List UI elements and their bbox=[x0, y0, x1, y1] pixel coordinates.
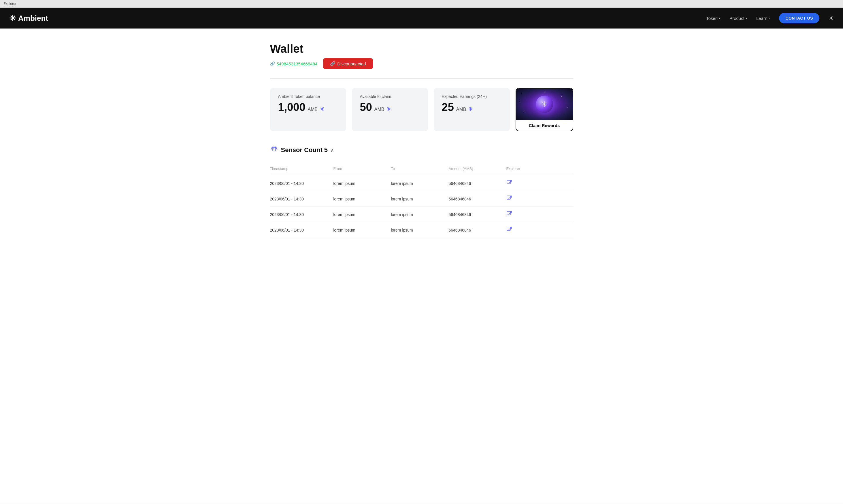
chevron-down-icon: ▾ bbox=[768, 17, 770, 20]
cell-timestamp: 2023/06/01 - 14:30 bbox=[270, 181, 333, 186]
stat-unit-available: AMB bbox=[374, 107, 385, 112]
cell-explorer[interactable] bbox=[506, 180, 541, 187]
cell-explorer[interactable] bbox=[506, 211, 541, 218]
stat-unit-earnings: AMB bbox=[456, 107, 466, 112]
cell-amount: 5646846846 bbox=[449, 228, 506, 232]
table-row: 2023/06/01 - 14:30 lorem ipsum lorem ips… bbox=[270, 207, 573, 222]
col-header-timestamp: Timestamp bbox=[270, 166, 333, 171]
cell-timestamp: 2023/06/01 - 14:30 bbox=[270, 228, 333, 232]
stat-number-earnings: 25 bbox=[442, 101, 454, 113]
contact-us-button[interactable]: CONTACT US bbox=[779, 13, 819, 23]
link-icon: 🔗 bbox=[270, 61, 275, 66]
sensor-count-label: Sensor Count 5 bbox=[281, 146, 328, 154]
claim-rewards-card[interactable]: ✳ Claim Rewards bbox=[515, 88, 573, 131]
cell-amount: 5646846846 bbox=[449, 197, 506, 201]
chevron-up-icon: ∧ bbox=[331, 147, 334, 153]
logo-icon: ✳ bbox=[9, 14, 16, 23]
wallet-address: 🔗 54984531354668484 bbox=[270, 61, 318, 66]
claim-card-image: ✳ bbox=[516, 88, 573, 120]
nav-links: Token ▾ Product ▾ Learn ▾ CONTACT US ☀ bbox=[706, 13, 834, 23]
col-header-from: From bbox=[333, 166, 391, 171]
nav-token[interactable]: Token ▾ bbox=[706, 16, 720, 21]
theme-toggle-icon[interactable]: ☀ bbox=[829, 15, 834, 22]
amb-icon: ✳ bbox=[320, 106, 324, 112]
cell-to: lorem ipsum bbox=[391, 197, 449, 201]
stats-row: Ambient Token balance 1,000 AMB ✳ Availa… bbox=[270, 88, 573, 131]
disconnect-button[interactable]: 🔗 Disconnnected bbox=[323, 58, 373, 69]
disconnect-icon: 🔗 bbox=[330, 61, 335, 66]
cell-timestamp: 2023/06/01 - 14:30 bbox=[270, 197, 333, 201]
wallet-title: Wallet bbox=[270, 42, 573, 55]
sensor-icon bbox=[270, 145, 278, 155]
table-header: Timestamp From To Amount (AMB) Explorer bbox=[270, 164, 573, 173]
table-row: 2023/06/01 - 14:30 lorem ipsum lorem ips… bbox=[270, 176, 573, 191]
stat-value-earnings: 25 AMB ✳ bbox=[442, 101, 502, 113]
nav-product[interactable]: Product ▾ bbox=[730, 16, 747, 21]
col-header-amount: Amount (AMB) bbox=[449, 166, 506, 171]
cell-amount: 5646846846 bbox=[449, 181, 506, 186]
explorer-link-icon[interactable] bbox=[506, 196, 512, 202]
nav-product-label: Product bbox=[730, 16, 744, 21]
stat-label-earnings: Expected Earnings (24H) bbox=[442, 94, 502, 99]
stat-card-earnings: Expected Earnings (24H) 25 AMB ✳ bbox=[434, 88, 510, 131]
stat-value-token-balance: 1,000 AMB ✳ bbox=[278, 101, 338, 113]
cell-to: lorem ipsum bbox=[391, 212, 449, 217]
cell-from: lorem ipsum bbox=[333, 228, 391, 232]
chevron-down-icon: ▾ bbox=[719, 17, 720, 20]
nav-learn[interactable]: Learn ▾ bbox=[756, 16, 770, 21]
stat-number-token-balance: 1,000 bbox=[278, 101, 305, 113]
stat-card-available: Available to claim 50 AMB ✳ bbox=[352, 88, 428, 131]
cell-explorer[interactable] bbox=[506, 227, 541, 234]
explorer-link-icon[interactable] bbox=[506, 212, 512, 218]
cell-from: lorem ipsum bbox=[333, 197, 391, 201]
cell-timestamp: 2023/06/01 - 14:30 bbox=[270, 212, 333, 217]
amb-icon: ✳ bbox=[468, 106, 473, 112]
cell-from: lorem ipsum bbox=[333, 212, 391, 217]
wallet-address-value: 54984531354668484 bbox=[277, 61, 318, 66]
stat-card-token-balance: Ambient Token balance 1,000 AMB ✳ bbox=[270, 88, 346, 131]
navbar: ✳ Ambient Token ▾ Product ▾ Learn ▾ CONT… bbox=[0, 8, 843, 29]
col-header-to: To bbox=[391, 166, 449, 171]
table-body: 2023/06/01 - 14:30 lorem ipsum lorem ips… bbox=[270, 176, 573, 238]
cell-to: lorem ipsum bbox=[391, 181, 449, 186]
browser-tab: Explorer bbox=[0, 0, 843, 8]
chevron-down-icon: ▾ bbox=[745, 17, 747, 20]
cell-amount: 5646846846 bbox=[449, 212, 506, 217]
stat-number-available: 50 bbox=[360, 101, 372, 113]
stat-unit-token-balance: AMB bbox=[308, 107, 318, 112]
stat-label-token-balance: Ambient Token balance bbox=[278, 94, 338, 99]
sensor-count-row[interactable]: Sensor Count 5 ∧ bbox=[270, 145, 573, 155]
cell-explorer[interactable] bbox=[506, 195, 541, 202]
stat-value-available: 50 AMB ✳ bbox=[360, 101, 420, 113]
nav-token-label: Token bbox=[706, 16, 718, 21]
explorer-link-icon[interactable] bbox=[506, 181, 512, 187]
table-row: 2023/06/01 - 14:30 lorem ipsum lorem ips… bbox=[270, 191, 573, 207]
col-header-explorer: Explorer bbox=[506, 166, 541, 171]
claim-rewards-label: Claim Rewards bbox=[516, 120, 573, 131]
page-content: Wallet 🔗 54984531354668484 🔗 Disconnnect… bbox=[263, 29, 580, 252]
wallet-address-row: 🔗 54984531354668484 🔗 Disconnnected bbox=[270, 58, 573, 69]
cell-from: lorem ipsum bbox=[333, 181, 391, 186]
logo-text: Ambient bbox=[18, 14, 48, 23]
stars-decoration bbox=[516, 88, 573, 120]
logo[interactable]: ✳ Ambient bbox=[9, 14, 48, 23]
nav-learn-label: Learn bbox=[756, 16, 767, 21]
stat-label-available: Available to claim bbox=[360, 94, 420, 99]
amb-icon: ✳ bbox=[386, 106, 391, 112]
explorer-link-icon[interactable] bbox=[506, 228, 512, 233]
table-row: 2023/06/01 - 14:30 lorem ipsum lorem ips… bbox=[270, 222, 573, 238]
disconnect-label: Disconnnected bbox=[337, 61, 366, 66]
transactions-table: Timestamp From To Amount (AMB) Explorer … bbox=[270, 164, 573, 238]
divider bbox=[270, 78, 573, 79]
cell-to: lorem ipsum bbox=[391, 228, 449, 232]
